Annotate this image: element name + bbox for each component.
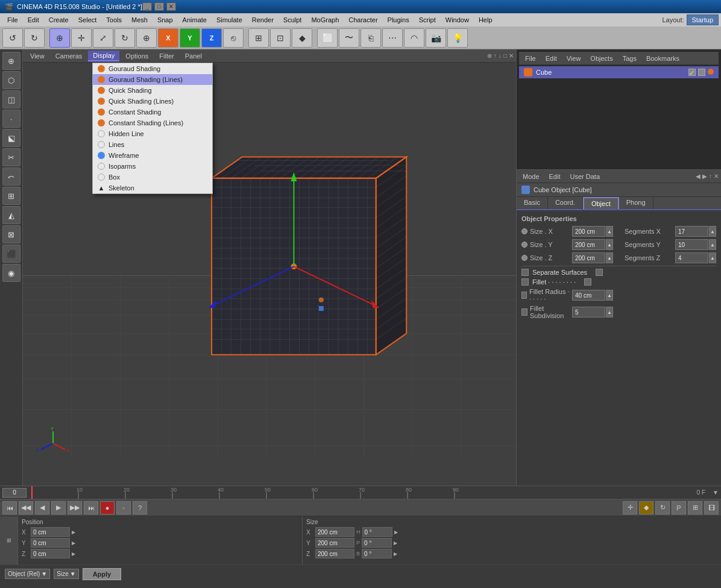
om-menu-view[interactable]: View	[563, 54, 585, 63]
dd-item-gouraud-lines[interactable]: Gouraud Shading (Lines)	[93, 74, 212, 85]
menu-character[interactable]: Character	[344, 15, 382, 25]
coord-system-dropdown[interactable]: Object (Rel) ▼	[5, 569, 50, 579]
select-tool-button[interactable]: ⊕	[49, 28, 70, 48]
coord-val-px[interactable]: 0 cm	[31, 527, 70, 537]
pb-btn-film[interactable]: 🎞	[704, 501, 719, 514]
obj-check-2[interactable]	[698, 69, 705, 76]
props-menu-userdata[interactable]: User Data	[567, 172, 604, 181]
pb-btn-play-fwd[interactable]: ▶	[51, 501, 66, 514]
rotate-tool-button[interactable]: ↻	[115, 28, 135, 48]
coord-val-h[interactable]: 0 °	[362, 527, 392, 537]
tool-texture[interactable]: ⬛	[2, 245, 20, 263]
vp-icon-maximize[interactable]: □	[503, 52, 507, 59]
menu-create[interactable]: Create	[44, 15, 74, 25]
pb-btn-record[interactable]: ●	[100, 501, 115, 514]
props-check-fillet-s[interactable]	[521, 308, 527, 316]
obj-check-1[interactable]: ✓	[688, 69, 696, 76]
props-spin-up-fillet-r[interactable]: ▲	[606, 290, 613, 301]
om-menu-bookmarks[interactable]: Bookmarks	[643, 54, 683, 63]
coord-arrow-sz[interactable]: ▶	[394, 551, 397, 557]
minimize-button[interactable]: _	[142, 2, 152, 11]
tool-bevel[interactable]: ◭	[2, 206, 20, 224]
nurbs-button[interactable]: ⎗	[360, 28, 381, 48]
free-transform-button[interactable]: ⊕	[136, 28, 157, 48]
coord-arrow-pz[interactable]: ▶	[72, 551, 75, 557]
vp-icon-down[interactable]: ↓	[499, 52, 502, 59]
props-check-fillet-r[interactable]	[521, 292, 527, 299]
vp-tab-filter[interactable]: Filter	[154, 51, 178, 61]
props-spin-up-segy[interactable]: ▲	[709, 239, 716, 250]
dd-item-gouraud[interactable]: Gouraud Shading	[93, 63, 212, 74]
tool-select[interactable]: ⊕	[2, 52, 20, 70]
tool-bridge[interactable]: ⤺	[2, 167, 20, 186]
obj-dot[interactable]	[708, 69, 714, 75]
dd-item-hidden-line[interactable]: Hidden Line	[93, 128, 212, 139]
props-icon-up[interactable]: ↑	[709, 173, 712, 180]
menu-plugins[interactable]: Plugins	[383, 15, 414, 25]
menu-mograph[interactable]: MoGraph	[306, 15, 344, 25]
bend-button[interactable]: ◠	[404, 28, 424, 48]
menu-select[interactable]: Select	[74, 15, 102, 25]
coord-space-dropdown[interactable]: Size ▼	[54, 569, 78, 579]
om-menu-edit[interactable]: Edit	[542, 54, 561, 63]
pb-btn-next-key[interactable]: ▶▶	[68, 501, 82, 514]
coord-val-py[interactable]: 0 cm	[31, 538, 70, 548]
redo-button[interactable]: ↻	[24, 28, 45, 48]
menu-help[interactable]: Help	[474, 15, 497, 25]
props-spin-up-sizex[interactable]: ▲	[606, 226, 613, 237]
cloner-button[interactable]: ⋯	[382, 28, 403, 48]
cube-button[interactable]: ⬜	[317, 28, 338, 48]
props-radio-sizez[interactable]	[521, 255, 527, 261]
move-tool-button[interactable]: ✛	[71, 28, 92, 48]
pb-btn-key[interactable]: ◆	[639, 501, 653, 514]
vp-tab-panel[interactable]: Panel	[180, 51, 207, 61]
coord-val-pz[interactable]: 0 cm	[31, 549, 70, 558]
dd-item-wireframe[interactable]: Wireframe	[93, 150, 212, 161]
menu-tools[interactable]: Tools	[101, 15, 127, 25]
pb-btn-rotate[interactable]: ↻	[655, 501, 670, 514]
spline-button[interactable]: 〜	[339, 28, 359, 48]
props-spin-up-fillet-s[interactable]: ▲	[606, 307, 613, 317]
props-tab-coord[interactable]: Coord.	[548, 197, 583, 209]
apply-button[interactable]: Apply	[83, 568, 122, 580]
props-tab-object[interactable]: Object	[583, 197, 619, 209]
menu-file[interactable]: File	[2, 15, 23, 25]
props-spin-up-sizey[interactable]: ▲	[606, 239, 613, 250]
dd-item-quick[interactable]: Quick Shading	[93, 85, 212, 96]
tool-sculpt[interactable]: ◉	[2, 264, 20, 282]
props-val-sizez[interactable]: 200 cm	[572, 252, 605, 263]
scale-tool-button[interactable]: ⤢	[93, 28, 113, 48]
vp-icon-lock[interactable]: ⊕	[487, 52, 492, 59]
coord-arrow-sx[interactable]: ▶	[394, 530, 398, 535]
props-spin-up-sizez[interactable]: ▲	[606, 252, 613, 263]
om-menu-objects[interactable]: Objects	[587, 54, 616, 63]
menu-sculpt[interactable]: Sculpt	[279, 15, 307, 25]
props-check-fillet[interactable]	[521, 278, 529, 286]
props-spin-up-segx[interactable]: ▲	[709, 226, 716, 237]
frame-button[interactable]: ⊡	[270, 28, 291, 48]
dd-item-skeleton[interactable]: ▲ Skeleton	[93, 183, 212, 193]
menu-simulate[interactable]: Simulate	[212, 15, 247, 25]
pb-btn-all[interactable]: ⊞	[688, 501, 702, 514]
vp-tab-cameras[interactable]: Cameras	[51, 51, 87, 61]
timeline-button[interactable]: ⊞	[248, 28, 269, 48]
coord-val-sz[interactable]: 200 cm	[315, 549, 354, 558]
pb-btn-move[interactable]: ✛	[623, 501, 637, 514]
props-val-segx[interactable]: 17	[675, 226, 708, 237]
props-val-sizey[interactable]: 200 cm	[572, 239, 605, 250]
props-val-segz[interactable]: 4	[675, 252, 708, 263]
props-tab-basic[interactable]: Basic	[517, 197, 548, 209]
props-menu-mode[interactable]: Mode	[519, 172, 543, 181]
om-menu-tags[interactable]: Tags	[619, 54, 640, 63]
vp-tab-view[interactable]: View	[25, 51, 49, 61]
dd-item-isoparms[interactable]: Isoparms	[93, 161, 212, 172]
pb-btn-play-back[interactable]: ◀	[35, 501, 49, 514]
pb-btn-prev-key[interactable]: ◀◀	[19, 501, 33, 514]
coord-val-sx[interactable]: 200 cm	[315, 527, 354, 537]
dd-item-box[interactable]: Box	[93, 172, 212, 183]
menu-render[interactable]: Render	[247, 15, 279, 25]
tool-point[interactable]: ·	[2, 110, 20, 128]
tool-edge[interactable]: ◫	[2, 90, 20, 108]
camera-button[interactable]: 📷	[426, 28, 446, 48]
props-nav-prev[interactable]: ◀	[696, 173, 701, 180]
